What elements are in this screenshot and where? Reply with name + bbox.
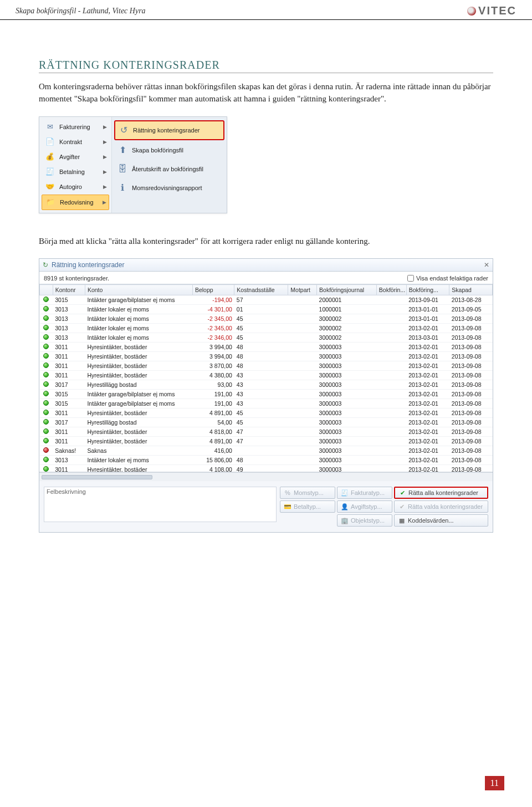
table-row[interactable]: 3013Intäkter lokaler ej moms-4 301,00011… bbox=[40, 305, 493, 314]
sidebar-item-icon: 📁 bbox=[44, 197, 57, 207]
horizontal-scrollbar[interactable] bbox=[39, 472, 493, 481]
fakturatyp-button[interactable]: 🧾Fakturatyp... bbox=[337, 487, 392, 499]
grid-column-header[interactable]: Bokförin... bbox=[376, 285, 406, 295]
chevron-right-icon: ▶ bbox=[103, 184, 107, 190]
betaltyp-button[interactable]: 💳Betaltyp... bbox=[280, 500, 335, 513]
sidebar-item-label: Autogiro bbox=[59, 183, 82, 190]
grid-column-header[interactable]: Konto bbox=[85, 285, 192, 295]
table-row[interactable]: 3015Intäkter garage/bilplatser ej moms-1… bbox=[40, 295, 493, 305]
sidebar-item-label: Betalning bbox=[59, 168, 85, 175]
avgiftstyp-label: Avgiftstyp... bbox=[351, 503, 382, 510]
table-row[interactable]: Saknas!Saknas416,0030000032013-02-012013… bbox=[40, 446, 493, 456]
building-icon: 🏢 bbox=[341, 517, 349, 524]
avgiftstyp-button[interactable]: 👤Avgiftstyp... bbox=[337, 500, 392, 513]
momstyp-label: Momstyp... bbox=[294, 489, 324, 496]
sidebar-item-icon: 🧾 bbox=[44, 167, 56, 177]
status-dot-icon bbox=[43, 400, 49, 406]
ratta-valda-button[interactable]: ✔Rätta valda konteringsrader bbox=[394, 500, 488, 513]
submenu-item-label: Rättning konteringsrader bbox=[133, 127, 200, 134]
sidebar-item-icon: 💰 bbox=[44, 152, 56, 162]
submenu-item-icon: ℹ bbox=[116, 182, 129, 194]
konterings-grid[interactable]: KontonrKontoBeloppKostnadsställeMotpartB… bbox=[39, 284, 493, 472]
koddels-label: Koddelsvärden... bbox=[408, 517, 454, 524]
chevron-right-icon: ▶ bbox=[103, 139, 107, 145]
submenu-item-icon: ↺ bbox=[117, 124, 130, 136]
table-row[interactable]: 3011Hyresintäkter, bostäder4 891,0047300… bbox=[40, 437, 493, 446]
window-titlebar: ↻ Rättning konteringsrader ✕ bbox=[39, 259, 493, 272]
sidebar-item-kontrakt[interactable]: 📄Kontrakt▶ bbox=[42, 135, 109, 149]
koddels-button[interactable]: ▦Koddelsvärden... bbox=[394, 514, 488, 527]
table-row[interactable]: 3017Hyrestillägg bostad93,00433000003201… bbox=[40, 380, 493, 390]
table-row[interactable]: 3011Hyresintäkter, bostäder4 818,0047300… bbox=[40, 427, 493, 437]
grid-column-header[interactable] bbox=[40, 285, 53, 295]
grid-column-header[interactable]: Motpart bbox=[288, 285, 317, 295]
submenu-item[interactable]: ⬆Skapa bokföringsfil bbox=[114, 141, 224, 159]
mini-sidebar: ✉Fakturering▶📄Kontrakt▶💰Avgifter▶🧾Betaln… bbox=[39, 117, 111, 213]
sidebar-item-label: Kontrakt bbox=[59, 139, 82, 145]
status-dot-icon bbox=[43, 410, 49, 415]
grid-wrapper: KontonrKontoBeloppKostnadsställeMotpartB… bbox=[39, 284, 493, 472]
sidebar-item-icon: 📄 bbox=[44, 137, 56, 147]
only-errors-checkbox[interactable]: Visa endast felaktiga rader bbox=[407, 275, 488, 282]
scrollbar-thumb[interactable] bbox=[42, 475, 152, 479]
close-icon[interactable]: ✕ bbox=[484, 261, 489, 269]
submenu-item[interactable]: 🗄Återutskrift av bokföringsfil bbox=[114, 160, 224, 178]
body-paragraph-2: Börja med att klicka "rätta alla konteri… bbox=[39, 236, 493, 248]
menu-screenshot: ✉Fakturering▶📄Kontrakt▶💰Avgifter▶🧾Betaln… bbox=[39, 116, 227, 213]
bottom-panel: Felbeskrivning %Momstyp... 🧾Fakturatyp..… bbox=[39, 481, 493, 532]
chevron-right-icon: ▶ bbox=[103, 124, 107, 130]
chevron-right-icon: ▶ bbox=[103, 200, 106, 205]
felbeskrivning-label: Felbeskrivning bbox=[47, 488, 86, 495]
only-errors-label: Visa endast felaktiga rader bbox=[416, 275, 488, 282]
grid-column-header[interactable]: Bokföringsjournal bbox=[317, 285, 377, 295]
table-row[interactable]: 3015Intäkter garage/bilplatser ej moms19… bbox=[40, 390, 493, 399]
page-content: RÄTTNING KONTERINGSRADER Om konteringsra… bbox=[0, 20, 532, 533]
grid-column-header[interactable]: Kostnadsställe bbox=[234, 285, 288, 295]
submenu-item[interactable]: ↺Rättning konteringsrader bbox=[114, 120, 224, 140]
doc-title: Skapa bokföringsfil - Lathund, Vitec Hyr… bbox=[16, 7, 146, 16]
check-icon: ✔ bbox=[398, 489, 406, 497]
row-count-label: 8919 st konteringsrader. bbox=[44, 275, 109, 282]
status-dot-icon bbox=[43, 325, 49, 330]
momstyp-button[interactable]: %Momstyp... bbox=[280, 487, 335, 499]
check-icon-disabled: ✔ bbox=[398, 503, 406, 510]
sidebar-item-icon: ✉ bbox=[44, 122, 56, 132]
table-row[interactable]: 3017Hyrestillägg bostad54,00453000003201… bbox=[40, 418, 493, 427]
table-row[interactable]: 3011Hyresintäkter, bostäder3 870,0048300… bbox=[40, 361, 493, 371]
table-row[interactable]: 3011Hyresintäkter, bostäder3 994,0048300… bbox=[40, 352, 493, 361]
only-errors-input[interactable] bbox=[407, 275, 414, 282]
sidebar-item-betalning[interactable]: 🧾Betalning▶ bbox=[42, 165, 109, 179]
vitec-logo-text: VITEC bbox=[478, 4, 516, 17]
status-dot-icon bbox=[43, 306, 49, 311]
sidebar-item-icon: 🤝 bbox=[44, 182, 56, 192]
grid-column-header[interactable]: Kontonr bbox=[53, 285, 85, 295]
count-bar: 8919 st konteringsrader. Visa endast fel… bbox=[39, 272, 493, 284]
sidebar-item-autogiro[interactable]: 🤝Autogiro▶ bbox=[42, 180, 109, 194]
table-row[interactable]: 3011Hyresintäkter, bostäder4 891,0045300… bbox=[40, 408, 493, 418]
submenu-item[interactable]: ℹMomsredovisningsrapport bbox=[114, 179, 224, 197]
submenu-item-icon: 🗄 bbox=[116, 163, 129, 175]
ratta-alla-button[interactable]: ✔Rätta alla konteringsrader bbox=[394, 487, 488, 499]
table-row[interactable]: 3013Intäkter lokaler ej moms15 806,00483… bbox=[40, 456, 493, 465]
status-dot-icon bbox=[43, 428, 49, 434]
sidebar-item-fakturering[interactable]: ✉Fakturering▶ bbox=[42, 120, 109, 134]
status-dot-icon bbox=[43, 372, 49, 377]
table-row[interactable]: 3011Hyresintäkter, bostäder4 380,0043300… bbox=[40, 371, 493, 380]
table-row[interactable]: 3013Intäkter lokaler ej moms-2 345,00453… bbox=[40, 324, 493, 333]
table-row[interactable]: 3013Intäkter lokaler ej moms-2 345,00453… bbox=[40, 314, 493, 324]
table-row[interactable]: 3015Intäkter garage/bilplatser ej moms19… bbox=[40, 399, 493, 408]
vitec-logo: VITEC bbox=[467, 4, 516, 17]
mini-submenu: ↺Rättning konteringsrader⬆Skapa bokförin… bbox=[111, 117, 227, 213]
objektstyp-button[interactable]: 🏢Objektstyp... bbox=[337, 514, 392, 527]
grid-column-header[interactable]: Belopp bbox=[192, 285, 234, 295]
status-dot-icon bbox=[43, 315, 49, 321]
table-row[interactable]: 3011Hyresintäkter, bostäder4 108,0049300… bbox=[40, 465, 493, 473]
sidebar-item-redovisning[interactable]: 📁Redovisning▶ bbox=[42, 195, 109, 210]
table-row[interactable]: 3013Intäkter lokaler ej moms-2 346,00453… bbox=[40, 333, 493, 343]
chevron-right-icon: ▶ bbox=[103, 169, 107, 175]
sidebar-item-avgifter[interactable]: 💰Avgifter▶ bbox=[42, 150, 109, 164]
grid-column-header[interactable]: Bokföring... bbox=[406, 285, 449, 295]
submenu-item-label: Momsredovisningsrapport bbox=[132, 185, 202, 191]
table-row[interactable]: 3011Hyresintäkter, bostäder3 994,0048300… bbox=[40, 343, 493, 352]
grid-column-header[interactable]: Skapad bbox=[449, 285, 493, 295]
